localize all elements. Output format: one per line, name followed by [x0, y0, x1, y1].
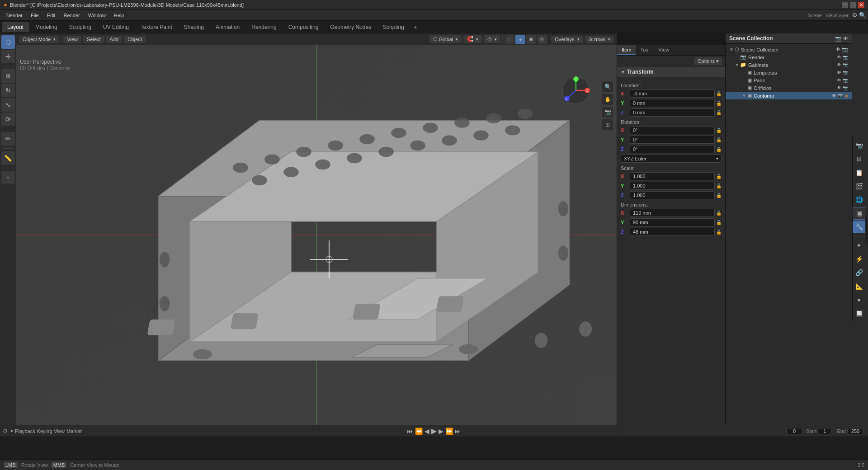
menu-render[interactable]: Render — [60, 12, 84, 19]
proportional-edit[interactable]: ◎ ▾ — [484, 35, 500, 43]
scale-y-value[interactable]: 1.000 — [630, 182, 715, 190]
scale-z-value[interactable]: 1.000 — [630, 191, 715, 199]
contorno-vis1[interactable]: 👁 — [832, 93, 836, 98]
tool-annotate[interactable]: ✏ — [1, 132, 15, 146]
menu-help[interactable]: Help — [110, 12, 128, 19]
tab-scripting[interactable]: Scripting — [377, 22, 410, 32]
shading-solid[interactable]: ● — [515, 35, 525, 44]
hand-icon[interactable]: ✋ — [602, 94, 613, 105]
coll-scene-root[interactable]: ▼ ⬡ Scene Collection 👁 📷 — [726, 46, 852, 53]
scale-x-value[interactable]: 1.000 — [630, 172, 715, 180]
rot-y-lock[interactable]: 🔓 — [716, 137, 722, 142]
rot-z-lock[interactable]: 🔓 — [716, 147, 722, 152]
maximize-button[interactable]: □ — [850, 2, 856, 8]
pads-vis1[interactable]: 👁 — [837, 78, 841, 83]
tab-rendering[interactable]: Rendering — [246, 22, 282, 32]
coll-gabinete[interactable]: ▼ 📁 Gabinete 👁 📷 — [726, 61, 852, 69]
dim-z-lock[interactable]: 🔓 — [716, 230, 722, 235]
orificios-vis2[interactable]: 📷 — [843, 85, 848, 90]
dim-y-value[interactable]: 90 mm — [630, 218, 715, 226]
prop-tab-viewlayer[interactable]: 📋 — [853, 166, 865, 179]
prop-tab-data[interactable]: 📐 — [853, 280, 865, 292]
coll-lenguetas[interactable]: ▣ Lenguetas 👁 📷 — [726, 69, 852, 76]
scale-x-lock[interactable]: 🔓 — [716, 174, 722, 179]
n-panel-tab-item[interactable]: Item — [617, 45, 636, 55]
orificios-vis1[interactable]: 👁 — [837, 85, 841, 90]
n-panel-tab-tool[interactable]: Tool — [636, 45, 654, 55]
tool-rotate[interactable]: ↻ — [1, 84, 15, 97]
prop-tab-render[interactable]: 📷 — [853, 139, 865, 152]
coll-orificios[interactable]: ▣ Orificios 👁 📷 — [726, 84, 852, 92]
gabinete-vis1[interactable]: 👁 — [837, 62, 841, 67]
current-frame-input[interactable] — [786, 428, 802, 434]
topbar-icon2[interactable]: 🔍 — [859, 12, 866, 19]
gizmo-toggle[interactable]: Gizmos ▾ — [585, 36, 614, 43]
shading-material[interactable]: ◉ — [526, 35, 536, 44]
prop-tab-object[interactable]: ▣ — [853, 207, 865, 220]
prev-frame-button[interactable]: ⏪ — [415, 428, 423, 435]
rot-x-value[interactable]: 0° — [630, 126, 715, 134]
camera-icon[interactable]: 📷 — [602, 107, 613, 118]
add-menu[interactable]: Add — [106, 36, 123, 43]
tool-cursor[interactable]: ✛ — [1, 50, 15, 63]
transform-panel-header[interactable]: ▼ Transform — [617, 67, 725, 77]
menu-blender[interactable]: Blender — [2, 12, 26, 19]
gabinete-vis2[interactable]: 📷 — [843, 62, 848, 67]
tool-measure[interactable]: 📏 — [1, 151, 15, 165]
tab-add[interactable]: + — [410, 23, 420, 32]
title-bar-controls[interactable]: ─ □ ✕ — [842, 2, 864, 8]
prop-tab-constraints[interactable]: 🔗 — [853, 266, 865, 279]
loc-x-value[interactable]: -0 mm — [630, 89, 715, 98]
zoom-icon[interactable]: 🔍 — [602, 81, 613, 92]
coll-eye-icon[interactable]: 👁 — [843, 36, 848, 42]
viewport-gizmo[interactable]: X Y Z — [558, 72, 594, 108]
keying-menu[interactable]: Keying — [37, 428, 52, 434]
dim-y-lock[interactable]: 🔓 — [716, 220, 722, 225]
prop-tab-physics[interactable]: ⚡ — [853, 253, 865, 265]
view-menu-timeline[interactable]: View — [54, 428, 65, 434]
sc-vis1[interactable]: 👁 — [835, 47, 840, 52]
coll-render-icon[interactable]: 📷 — [835, 36, 841, 42]
render-vis1[interactable]: 👁 — [837, 55, 841, 60]
dim-x-lock[interactable]: 🔓 — [716, 211, 722, 216]
tool-move[interactable]: ⊕ — [1, 69, 15, 83]
viewport-canvas[interactable]: User Perspective (0) Orificios | Contorn… — [16, 45, 617, 425]
tab-layout[interactable]: Layout — [2, 22, 29, 32]
menu-file[interactable]: File — [27, 12, 42, 19]
marker-menu[interactable]: Marker — [66, 428, 82, 434]
shading-rendered[interactable]: ◎ — [537, 35, 547, 44]
prop-tab-output[interactable]: 🖥 — [853, 153, 865, 165]
overlay-toggle[interactable]: Overlays ▾ — [551, 36, 583, 43]
loc-z-value[interactable]: 0 mm — [630, 108, 715, 117]
coll-pads[interactable]: ▣ Pads 👁 📷 — [726, 76, 852, 84]
topbar-icon1[interactable]: ⚙ — [852, 12, 858, 19]
dim-x-value[interactable]: 110 mm — [630, 209, 715, 217]
prop-tab-world[interactable]: 🌐 — [853, 193, 865, 206]
rot-y-value[interactable]: 0° — [630, 136, 715, 144]
tool-select[interactable]: ⬡ — [1, 35, 15, 49]
tab-modeling[interactable]: Modeling — [30, 22, 63, 32]
tool-scale[interactable]: ⤡ — [1, 98, 15, 112]
tab-compositing[interactable]: Compositing — [283, 22, 324, 32]
options-button[interactable]: Options ▾ — [694, 57, 722, 65]
scale-y-lock[interactable]: 🔓 — [716, 183, 722, 188]
render-vis2[interactable]: 📷 — [843, 55, 848, 60]
contorno-vis2[interactable]: 📷 — [838, 93, 843, 98]
tab-sculpting[interactable]: Sculpting — [64, 22, 97, 32]
loc-y-lock[interactable]: 🔓 — [716, 101, 722, 106]
dim-z-value[interactable]: 48 mm — [630, 228, 715, 236]
tab-uv-editing[interactable]: UV Editing — [98, 22, 134, 32]
select-menu[interactable]: Select — [83, 36, 104, 43]
view-menu[interactable]: View — [63, 36, 81, 43]
coll-contorno[interactable]: ▼ ▣ Contorno 👁 📷 ◈ — [726, 92, 852, 99]
viewport[interactable]: Object Mode ▾ View Select Add Object ⬡ G… — [16, 33, 617, 425]
rot-z-value[interactable]: 0° — [630, 145, 715, 153]
tab-texture-paint[interactable]: Texture Paint — [135, 22, 178, 32]
menu-window[interactable]: Window — [85, 12, 109, 19]
close-button[interactable]: ✕ — [858, 2, 864, 8]
prev-keyframe-button[interactable]: ◀ — [425, 428, 429, 435]
grid-icon[interactable]: ⊞ — [602, 119, 613, 130]
mode-selector[interactable]: Object Mode ▾ — [19, 36, 59, 43]
rot-x-lock[interactable]: 🔓 — [716, 128, 722, 133]
loc-z-lock[interactable]: 🔓 — [716, 110, 722, 115]
